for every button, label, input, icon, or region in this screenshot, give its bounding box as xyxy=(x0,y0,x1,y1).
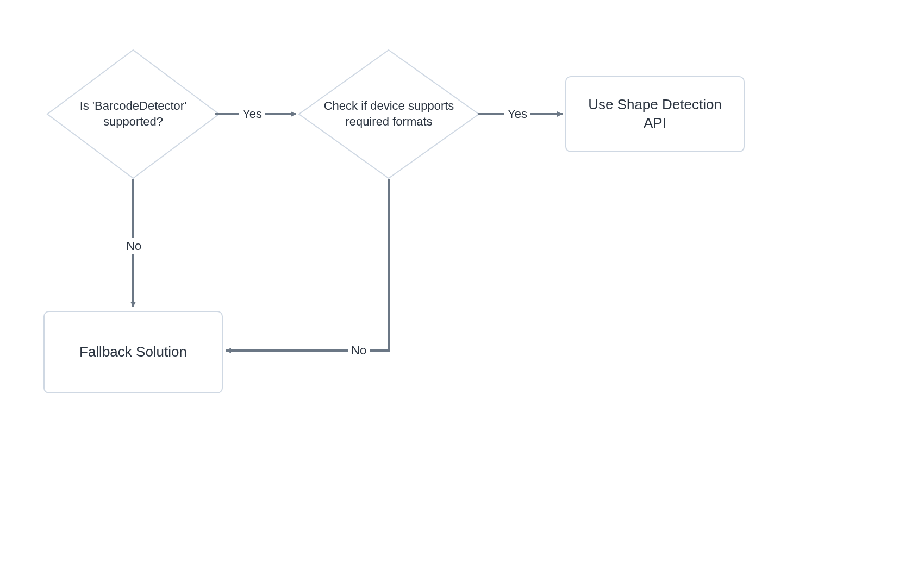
decision2-line2: required formats xyxy=(345,115,432,128)
flowchart-diagram: Is 'BarcodeDetector' supported? Check if… xyxy=(0,0,924,575)
edge-label-d1-no: No xyxy=(123,238,145,254)
decision2-line1: Check if device supports xyxy=(324,99,454,112)
process-fallback-label: Fallback Solution xyxy=(68,343,198,361)
process-api-label: Use Shape Detection API xyxy=(566,96,744,133)
process-use-shape-api: Use Shape Detection API xyxy=(565,76,745,152)
edge-label-d2-yes: Yes xyxy=(504,106,530,122)
decision-barcode-supported: Is 'BarcodeDetector' supported? xyxy=(46,49,220,179)
decision-device-formats: Check if device supports required format… xyxy=(298,49,480,179)
edge-label-d1-yes: Yes xyxy=(239,106,265,122)
decision1-line2: supported? xyxy=(103,115,163,128)
process-fallback: Fallback Solution xyxy=(43,311,223,393)
decision1-line1: Is 'BarcodeDetector' xyxy=(80,99,187,112)
edge-label-d2-no: No xyxy=(348,342,370,359)
